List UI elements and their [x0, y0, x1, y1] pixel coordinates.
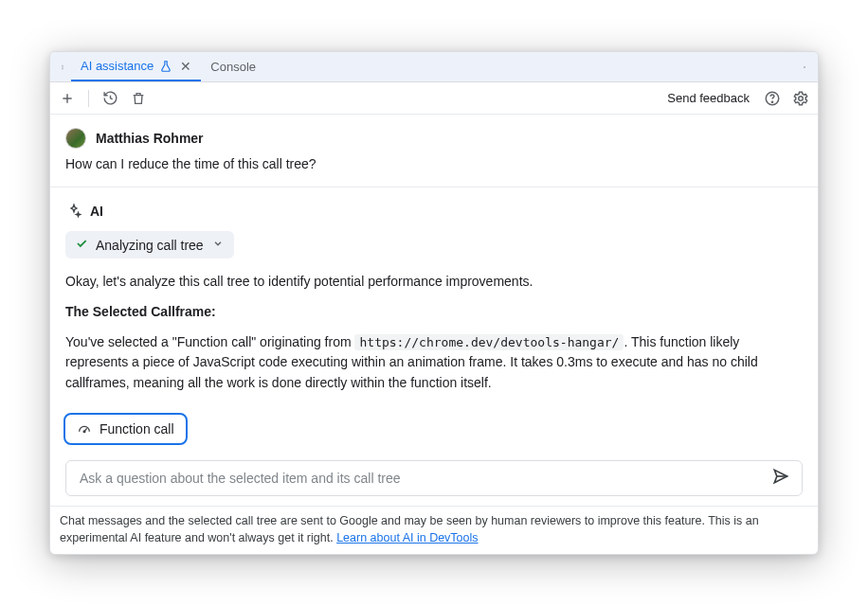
svg-point-0: [63, 64, 63, 65]
svg-point-5: [799, 96, 804, 100]
ai-intro: Okay, let's analyze this call tree to id…: [65, 272, 803, 293]
tab-bar: AI assistance ✕ Console: [50, 52, 818, 82]
tab-label: Console: [210, 60, 256, 74]
ask-input[interactable]: [78, 470, 768, 487]
user-message: How can I reduce the time of this call t…: [65, 156, 803, 171]
close-tab-icon[interactable]: ✕: [180, 59, 191, 74]
check-icon: [75, 237, 88, 253]
ai-response: Okay, let's analyze this call tree to id…: [65, 272, 803, 393]
divider: [50, 187, 818, 187]
ai-header: AI: [65, 203, 803, 220]
footer-disclaimer: Chat messages and the selected call tree…: [50, 506, 818, 554]
sparkle-icon: [65, 203, 82, 220]
code-url: https://chrome.dev/devtools-hangar/: [354, 334, 624, 350]
history-button[interactable]: [100, 89, 119, 108]
ai-heading: The Selected Callframe:: [65, 304, 216, 319]
new-chat-button[interactable]: [58, 89, 77, 108]
settings-button[interactable]: [791, 89, 810, 108]
function-call-chip[interactable]: Function call: [63, 413, 188, 445]
tab-label: AI assistance: [81, 59, 154, 73]
more-tabs-icon[interactable]: [54, 58, 71, 77]
send-feedback-link[interactable]: Send feedback: [667, 91, 753, 105]
ask-input-container: [65, 460, 803, 496]
avatar: [65, 128, 86, 149]
tab-ai-assistance[interactable]: AI assistance ✕: [71, 52, 201, 81]
footer-line1: Chat messages and the selected call tree…: [60, 514, 705, 527]
svg-point-1: [63, 66, 63, 67]
svg-point-6: [83, 430, 85, 432]
toolbar: Send feedback: [50, 82, 818, 115]
close-panel-icon[interactable]: [795, 58, 814, 77]
fn-chip-label: Function call: [99, 421, 174, 437]
flask-icon: [159, 60, 172, 73]
svg-point-4: [771, 101, 772, 102]
user-name: Matthias Rohmer: [96, 131, 204, 146]
divider: [88, 90, 89, 107]
svg-point-2: [63, 68, 63, 69]
chat-content: Matthias Rohmer How can I reduce the tim…: [50, 115, 818, 505]
chevron-down-icon: [211, 237, 225, 253]
chip-label: Analyzing call tree: [96, 238, 204, 253]
gauge-icon: [77, 421, 92, 437]
tab-console[interactable]: Console: [201, 52, 265, 81]
help-button[interactable]: [763, 89, 782, 108]
user-header: Matthias Rohmer: [65, 128, 803, 149]
delete-button[interactable]: [129, 89, 148, 108]
ai-body: You've selected a "Function call" origin…: [65, 332, 803, 394]
send-button[interactable]: [768, 463, 794, 492]
devtools-panel: AI assistance ✕ Console Send feedback: [49, 51, 819, 555]
ai-label: AI: [90, 204, 103, 219]
learn-more-link[interactable]: Learn about AI in DevTools: [336, 531, 478, 544]
analyzing-chip[interactable]: Analyzing call tree: [65, 231, 234, 258]
